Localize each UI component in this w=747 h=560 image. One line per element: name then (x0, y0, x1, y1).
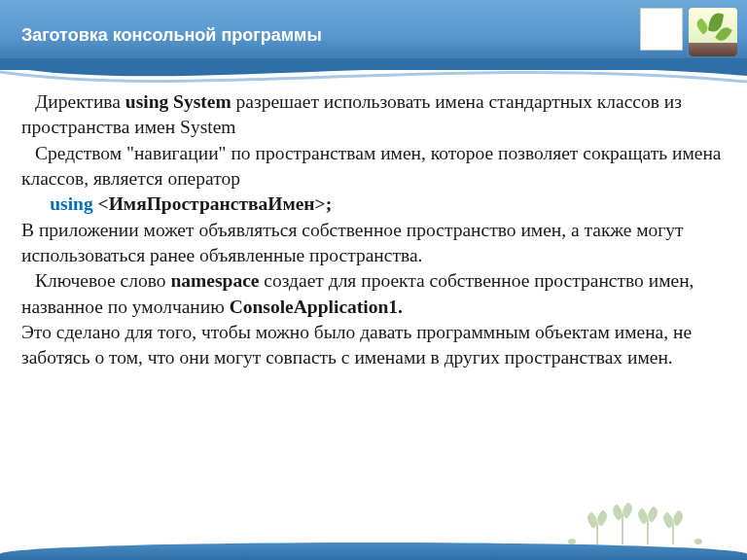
sprout-icon (689, 8, 737, 56)
syntax-text: <ИмяПространстваИмен>; (93, 193, 333, 214)
para-directive: Директива using System разрешает использ… (21, 89, 726, 141)
para-navigation: Средством "навигации" по пространствам и… (21, 141, 726, 192)
slide-header: Заготовка консольной программы (0, 0, 747, 70)
keyword-using: using (50, 193, 92, 214)
bold-namespace: namespace (170, 270, 259, 291)
para-explanation: Это сделано для того, чтобы можно было д… (21, 320, 726, 371)
footer-wave (0, 542, 747, 560)
bold-consoleapp: ConsoleApplication1. (230, 297, 403, 317)
header-title: Заготовка консольной программы (21, 25, 322, 46)
para-namespace-kw: Ключевое слово namespace создает для про… (21, 268, 726, 320)
text: Директива (35, 91, 125, 112)
para-own-namespace: В приложении может объявляться собственн… (21, 218, 726, 269)
footer-plants-icon (562, 502, 708, 544)
slide-content: Директива using System разрешает использ… (0, 70, 747, 370)
indent-space (21, 193, 50, 214)
text: Ключевое слово (35, 270, 170, 291)
placeholder-icon (640, 8, 683, 51)
para-using-syntax: using <ИмяПространстваИмен>; (21, 192, 726, 217)
header-icons (640, 8, 737, 56)
bold-using-system: using System (125, 91, 231, 112)
